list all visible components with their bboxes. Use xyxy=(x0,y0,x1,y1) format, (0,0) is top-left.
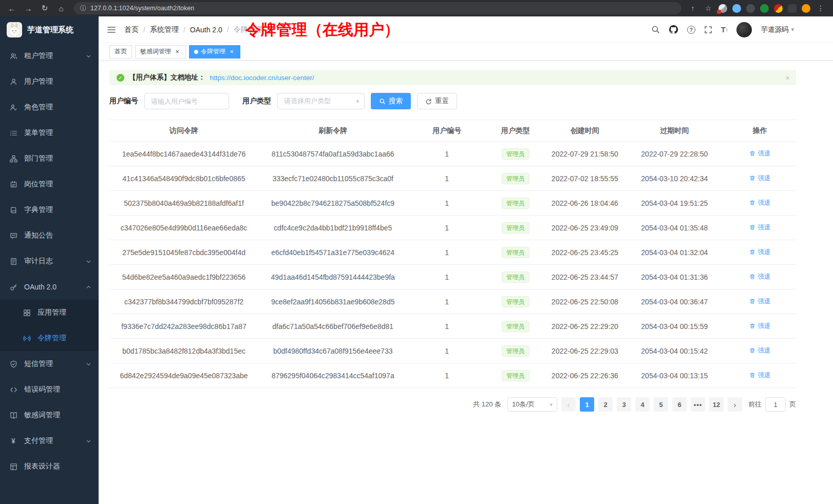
force-logout-button[interactable]: 强退 xyxy=(749,273,770,281)
sidebar-item-oauth2-token[interactable]: 令牌管理 xyxy=(0,325,99,351)
trash-icon xyxy=(749,200,755,206)
next-page-button[interactable]: › xyxy=(728,397,742,412)
cell-refresh-token: be90422b8c7946218275a508bf524fc9 xyxy=(258,191,407,216)
extension-icon[interactable] xyxy=(746,4,755,13)
sidebar-item-menu[interactable]: 菜单管理 xyxy=(0,120,99,146)
cell-create-time: 2022-06-25 22:26:36 xyxy=(545,363,625,388)
app-logo[interactable]: 芋道管理系统 xyxy=(0,16,99,43)
tab-sensitive-word[interactable]: 敏感词管理× xyxy=(135,45,186,59)
user-avatar[interactable] xyxy=(736,22,752,37)
user-icon xyxy=(9,77,17,86)
sidebar-item-oauth2-app[interactable]: 应用管理 xyxy=(0,300,99,325)
column-header: 过期时间 xyxy=(625,120,724,142)
page-button-1[interactable]: 1 xyxy=(580,397,594,412)
search-button[interactable]: 搜索 xyxy=(371,93,411,109)
search-icon[interactable] xyxy=(651,25,660,34)
annotation-text: 令牌管理（在线用户） xyxy=(245,20,400,41)
sidebar-item-pay[interactable]: ¥支付管理 xyxy=(0,428,99,454)
force-logout-button[interactable]: 强退 xyxy=(749,199,770,207)
extension-icon[interactable] xyxy=(788,4,797,13)
page-button-6[interactable]: 6 xyxy=(672,397,687,412)
cell-user-id: 1 xyxy=(407,289,486,314)
sidebar-item-audit[interactable]: 审计日志 xyxy=(0,248,99,274)
sidebar-item-notice[interactable]: 通知公告 xyxy=(0,223,99,248)
sidebar-item-errcode[interactable]: 错误码管理 xyxy=(0,377,99,402)
prev-page-button[interactable]: ‹ xyxy=(561,397,576,412)
force-logout-button[interactable]: 强退 xyxy=(749,248,770,257)
sidebar-item-tenant[interactable]: 租户管理 xyxy=(0,43,99,69)
goto-page-input[interactable] xyxy=(765,397,786,412)
page-button-5[interactable]: 5 xyxy=(654,397,668,412)
tab-token[interactable]: 令牌管理× xyxy=(189,45,240,59)
sidebar-item-user[interactable]: 用户管理 xyxy=(0,69,99,94)
breadcrumb-item[interactable]: 首页 xyxy=(124,25,139,34)
bookmark-star-icon[interactable]: ☆ xyxy=(703,4,713,12)
force-logout-button[interactable]: 强退 xyxy=(749,149,770,158)
breadcrumb-item[interactable]: 系统管理 xyxy=(150,25,179,34)
column-header: 访问令牌 xyxy=(109,120,258,142)
table-row: f9336e7c7dd242a283ee98dc86b17a87dfa6c71a… xyxy=(109,314,796,339)
sidebar-item-oauth2[interactable]: OAuth 2.0 xyxy=(0,274,99,300)
force-logout-button[interactable]: 强退 xyxy=(749,322,770,331)
sidebar-item-dict[interactable]: 字典管理 xyxy=(0,197,99,223)
dict-icon xyxy=(9,206,17,214)
sidebar-item-dept[interactable]: 部门管理 xyxy=(0,146,99,171)
extension-icon[interactable] xyxy=(760,4,769,13)
breadcrumb-item[interactable]: OAuth 2.0 xyxy=(190,26,222,34)
user-type-select[interactable]: 请选择用户类型 ▾ xyxy=(277,93,365,109)
tab-close-icon[interactable]: × xyxy=(228,48,235,55)
extension-icon[interactable] xyxy=(732,4,741,13)
sidebar-item-sms[interactable]: 短信管理 xyxy=(0,351,99,377)
share-icon[interactable]: ↑ xyxy=(688,4,698,12)
force-logout-button[interactable]: 强退 xyxy=(749,371,770,380)
page-button-3[interactable]: 3 xyxy=(617,397,631,412)
cell-access-token: 275e5de9151045fe87cbdc395e004f4d xyxy=(109,240,258,265)
cell-refresh-token: 333ecfc71e02480cb11055c875c3ca0f xyxy=(258,166,407,191)
github-icon[interactable] xyxy=(669,25,678,34)
force-logout-button[interactable]: 强退 xyxy=(749,223,770,232)
help-icon[interactable]: ? xyxy=(687,26,695,34)
user-id-input[interactable] xyxy=(144,93,229,109)
sidebar-item-post[interactable]: 岗位管理 xyxy=(0,171,99,197)
hamburger-icon[interactable] xyxy=(107,25,116,34)
browser-menu-icon[interactable]: ⋮ xyxy=(816,4,826,12)
forward-icon[interactable]: → xyxy=(22,2,35,15)
breadcrumb-separator: / xyxy=(183,26,185,34)
back-icon[interactable]: ← xyxy=(5,2,18,15)
cell-expire-time: 2054-03-04 00:15:59 xyxy=(625,314,724,339)
reset-button[interactable]: 重置 xyxy=(417,93,457,109)
sidebar-item-role[interactable]: 角色管理 xyxy=(0,94,99,120)
reload-icon[interactable]: ↻ xyxy=(38,2,51,15)
tab-close-icon[interactable]: × xyxy=(174,48,181,55)
page-size-select[interactable]: 10条/页 ▾ xyxy=(507,397,557,412)
page-info-icon[interactable]: ⓘ xyxy=(80,4,86,13)
cell-create-time: 2022-06-25 23:44:57 xyxy=(545,265,625,289)
profile-avatar-icon[interactable] xyxy=(802,4,810,13)
sidebar-item-label: 短信管理 xyxy=(24,359,53,369)
force-logout-button[interactable]: 强退 xyxy=(749,174,770,183)
force-logout-button[interactable]: 强退 xyxy=(749,297,770,306)
extension-puzzle-icon[interactable] xyxy=(774,4,783,13)
sidebar-item-label: 菜单管理 xyxy=(24,128,53,138)
alert-close-icon[interactable]: × xyxy=(785,73,790,82)
search-form: 用户编号 用户类型 请选择用户类型 ▾ 搜索 重置 xyxy=(109,93,796,109)
home-icon[interactable]: ⌂ xyxy=(54,2,68,15)
user-menu[interactable]: 芋道源码▾ xyxy=(761,25,794,34)
sidebar-item-report[interactable]: 报表设计器 xyxy=(0,454,99,479)
extension-icon[interactable] xyxy=(718,4,727,13)
alert-doc-link[interactable]: https://doc.iocoder.cn/user-center/ xyxy=(210,74,314,82)
sidebar-item-sensitive[interactable]: 敏感词管理 xyxy=(0,402,99,428)
sidebar-item-label: 角色管理 xyxy=(24,103,53,112)
cell-expire-time: 2054-03-04 01:31:36 xyxy=(625,265,724,289)
menu-icon xyxy=(9,129,17,137)
page-button-4[interactable]: 4 xyxy=(635,397,650,412)
force-logout-button[interactable]: 强退 xyxy=(749,346,770,355)
page-button-2[interactable]: 2 xyxy=(598,397,613,412)
cell-create-time: 2022-07-29 21:58:50 xyxy=(545,142,625,166)
fullscreen-icon[interactable] xyxy=(704,26,712,34)
page-ellipsis[interactable]: ••• xyxy=(691,397,705,412)
font-size-icon[interactable]: T↕ xyxy=(721,25,728,34)
page-button-12[interactable]: 12 xyxy=(709,397,724,412)
tab-home[interactable]: 首页 xyxy=(109,45,132,59)
address-bar[interactable]: ⓘ 127.0.0.1:1024/system/oauth2/token xyxy=(74,2,681,14)
